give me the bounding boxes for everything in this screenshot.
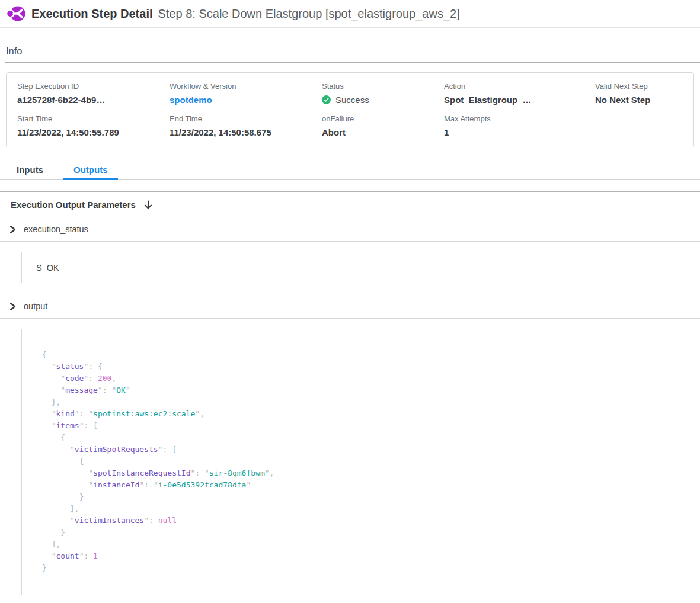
success-check-icon: [322, 95, 331, 104]
code-line: },: [42, 396, 700, 408]
workflow-version-field: Workflow & Version spotdemo: [170, 82, 322, 105]
expander-label: output: [24, 302, 47, 311]
code-line: "code": 200,: [42, 373, 700, 384]
code-line: "victimInstances": null: [42, 515, 700, 527]
code-line: "status": {: [42, 361, 700, 373]
code-line: "items": [: [42, 420, 700, 432]
info-card: Step Execution ID a125728f-6b22-4b9… Wor…: [6, 72, 694, 147]
code-line: ],: [42, 538, 700, 550]
field-label: Max Attempts: [444, 114, 595, 123]
info-heading: Info: [6, 46, 700, 57]
onfailure-field: onFailure Abort: [322, 114, 444, 137]
field-value: 11/23/2022, 14:50:58.675: [170, 127, 322, 137]
action-field: Action Spot_Elastigroup_…: [444, 82, 595, 105]
end-time-field: End Time 11/23/2022, 14:50:58.675: [170, 114, 322, 137]
page-subtitle: Step 8: Scale Down Elastgroup [spot_elas…: [158, 7, 460, 21]
divider: [0, 241, 700, 242]
field-label: Step Execution ID: [17, 82, 170, 91]
collapse-all-arrow-down-icon[interactable]: [144, 200, 152, 210]
valid-next-step-field: Valid Next Step No Next Step: [595, 82, 693, 105]
code-line: "count": 1: [42, 550, 700, 562]
code-line: {: [42, 456, 700, 467]
step-execution-id-field: Step Execution ID a125728f-6b22-4b9…: [17, 82, 170, 105]
field-label: Action: [444, 82, 595, 91]
outputs-section-header: Execution Output Parameters: [0, 192, 700, 217]
field-label: onFailure: [322, 114, 444, 123]
code-line: "victimSpotRequests": [: [42, 444, 700, 456]
divider: [0, 318, 700, 319]
expander-output[interactable]: output: [0, 294, 700, 318]
output-json-code: { "status": { "code": 200, "message": "O…: [21, 329, 700, 595]
field-value: 1: [444, 127, 595, 137]
start-time-field: Start Time 11/23/2022, 14:50:55.789: [17, 114, 170, 137]
code-line: ],: [42, 503, 700, 515]
page-title: Execution Step Detail: [31, 7, 153, 21]
chevron-right-icon: [9, 303, 16, 310]
code-line: "spotInstanceRequestId": "sir-8qm6fbwm",: [42, 467, 700, 479]
field-label: Workflow & Version: [170, 82, 322, 91]
code-line: }: [42, 491, 700, 503]
field-label: Status: [322, 82, 444, 91]
workflow-link[interactable]: spotdemo: [170, 95, 322, 105]
execution-status-value: S_OK: [21, 252, 700, 283]
max-attempts-field: Max Attempts 1: [444, 114, 595, 137]
info-rule: [5, 62, 700, 63]
expander-execution-status[interactable]: execution_status: [0, 217, 700, 241]
section-title: Execution Output Parameters: [11, 200, 136, 210]
code-line: "kind": "spotinst:aws:ec2:scale",: [42, 408, 700, 420]
code-line: {: [42, 349, 700, 361]
field-label: Start Time: [17, 114, 170, 123]
field-value: Spot_Elastigroup_…: [444, 95, 595, 105]
brand-logo-icon: [6, 5, 25, 23]
tab-inputs[interactable]: Inputs: [17, 159, 53, 179]
status-text: Success: [335, 95, 369, 105]
field-value: No Next Step: [595, 95, 693, 105]
chevron-right-icon: [9, 226, 16, 233]
field-value: a125728f-6b22-4b9…: [17, 95, 170, 105]
field-label: Valid Next Step: [595, 82, 693, 91]
status-field: Status Success: [322, 82, 444, 105]
code-line: }: [42, 562, 700, 574]
field-value: 11/23/2022, 14:50:55.789: [17, 127, 170, 137]
status-badge: Success: [322, 95, 444, 105]
app-header: Execution Step Detail Step 8: Scale Down…: [0, 0, 700, 28]
field-value: Abort: [322, 127, 444, 137]
expander-label: execution_status: [24, 224, 88, 234]
code-line: {: [42, 432, 700, 444]
code-line: }: [42, 527, 700, 538]
field-label: End Time: [170, 114, 322, 123]
tab-bar: Inputs Outputs: [0, 159, 700, 180]
code-line: "instanceId": "i-0e5d5392fcad78dfa": [42, 479, 700, 491]
tab-outputs[interactable]: Outputs: [63, 159, 118, 180]
code-line: "message": "OK": [42, 384, 700, 396]
